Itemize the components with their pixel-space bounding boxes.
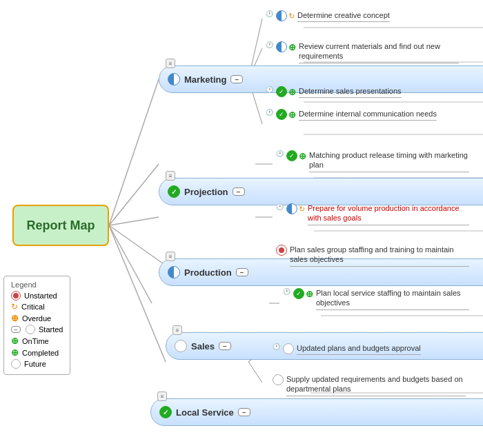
leaf-status-fin2 xyxy=(273,374,284,385)
leaf-text-ls: Plan local service staffing to maintain … xyxy=(316,288,469,310)
plus-icon-3: ⊕ xyxy=(288,87,296,97)
legend-completed-icon: ⊕ xyxy=(11,347,19,358)
leaf-text-creative: Determine creative concept xyxy=(297,10,390,22)
sales-status-icon xyxy=(175,340,187,352)
production-expand[interactable]: − xyxy=(236,268,248,276)
legend-item-completed: ⊕ Completed xyxy=(11,347,63,358)
collapse-badge-sales[interactable]: ≡ xyxy=(172,325,182,335)
leaf-text-fin2: Supply updated requirements and budgets … xyxy=(286,374,466,396)
leaf-text-sales-pres: Determine sales presentations xyxy=(299,86,402,98)
legend-item-ontime: ⊕ OnTime xyxy=(11,336,63,346)
legend-overdue-label: Overdue xyxy=(22,314,51,323)
legend-box: Legend Unstarted ↻ Critical ⊕ Overdue − … xyxy=(3,276,70,375)
leaf-text-proj: Matching product release timing with mar… xyxy=(309,150,469,172)
branch-local-service[interactable]: ≡ ✓ Local Service − xyxy=(150,398,483,426)
legend-ontime-label: OnTime xyxy=(22,337,49,345)
legend-item-overdue: ⊕ Overdue xyxy=(11,313,63,323)
legend-started-circle xyxy=(26,325,35,334)
production-label: Production xyxy=(184,267,232,278)
svg-line-4 xyxy=(109,225,152,303)
legend-title: Legend xyxy=(11,281,63,289)
legend-item-critical: ↻ Critical xyxy=(11,302,63,312)
leaf-status-icon-3: ✓ xyxy=(276,86,287,97)
clock-icon-5: 🕐 xyxy=(276,150,284,157)
rotate-icon-prod: ↻ xyxy=(299,205,305,214)
collapse-badge-prod[interactable]: ≡ xyxy=(166,252,175,261)
collapse-badge-ls[interactable]: ≡ xyxy=(157,391,167,401)
legend-critical-label: Critical xyxy=(21,303,45,311)
legend-future-label: Future xyxy=(24,360,46,368)
rotate-icon: ↻ xyxy=(288,12,295,21)
projection-expand[interactable]: − xyxy=(233,187,245,196)
leaf-production-1: 🕐 ↻ Prepare for volume production in acc… xyxy=(276,203,469,225)
marketing-status-icon xyxy=(168,73,180,85)
plus-icon-2: ⊕ xyxy=(288,42,296,52)
plus-icon-ls: ⊕ xyxy=(306,289,313,299)
svg-line-2 xyxy=(109,217,159,225)
leaf-sales-1: Plan sales group staffing and training t… xyxy=(276,245,469,267)
sales-expand[interactable]: − xyxy=(219,342,231,350)
collapse-badge-proj[interactable]: ≡ xyxy=(166,171,175,181)
marketing-label: Marketing xyxy=(184,74,226,85)
plus-icon-proj: ⊕ xyxy=(299,151,306,161)
legend-unstarted-icon xyxy=(11,291,21,301)
leaf-finance-1: 🕐 Updated plans and budgets approval xyxy=(273,343,421,355)
marketing-expand[interactable]: − xyxy=(230,75,243,83)
sales-label: Sales xyxy=(191,341,215,352)
leaf-status-ls: ✓ xyxy=(293,288,304,299)
leaf-text-fin1: Updated plans and budgets approval xyxy=(297,343,421,355)
clock-icon: 🕐 xyxy=(266,10,273,17)
legend-completed-label: Completed xyxy=(22,349,59,357)
clock-icon-2: 🕐 xyxy=(266,41,273,48)
legend-item-future: Future xyxy=(11,359,63,369)
leaf-review-materials: 🕐 ⊕ Review current materials and find ou… xyxy=(266,41,459,63)
root-label: Report Map xyxy=(27,218,95,233)
leaf-status-proj: ✓ xyxy=(286,150,297,161)
ls-expand[interactable]: − xyxy=(238,408,250,416)
leaf-text-prod: Prepare for volume production in accorda… xyxy=(308,203,469,225)
leaf-creative-concept: 🕐 ↻ Determine creative concept xyxy=(266,10,390,22)
svg-line-1 xyxy=(109,164,159,225)
leaf-finance-2: Supply updated requirements and budgets … xyxy=(273,374,466,396)
legend-started-icon: − xyxy=(11,326,21,333)
svg-line-0 xyxy=(109,79,159,225)
svg-line-3 xyxy=(109,225,166,265)
leaf-ls-1: 🕐 ✓ ⊕ Plan local service staffing to mai… xyxy=(283,288,469,310)
clock-icon-ls: 🕐 xyxy=(283,288,290,295)
local-service-label: Local Service xyxy=(176,407,234,418)
leaf-text-review: Review current materials and find out ne… xyxy=(299,41,459,63)
leaf-status-icon-2 xyxy=(276,41,287,52)
legend-unstarted-label: Unstarted xyxy=(24,292,57,300)
leaf-projection-1: 🕐 ✓ ⊕ Matching product release timing wi… xyxy=(276,150,469,172)
projection-label: Projection xyxy=(184,187,228,197)
clock-icon-6: 🕐 xyxy=(276,203,284,210)
leaf-sales-presentations: 🕐 ✓ ⊕ Determine sales presentations xyxy=(266,86,402,98)
production-status-icon xyxy=(168,266,180,278)
leaf-status-icon-4: ✓ xyxy=(276,109,287,120)
svg-line-15 xyxy=(248,362,262,383)
legend-critical-icon: ↻ xyxy=(11,302,18,312)
leaf-status-prod xyxy=(286,203,297,214)
projection-status-icon: ✓ xyxy=(168,185,180,198)
leaf-status-fin1 xyxy=(283,343,294,354)
plus-icon-4: ⊕ xyxy=(288,110,296,120)
legend-started-label: Started xyxy=(39,325,63,334)
legend-future-icon xyxy=(11,359,21,369)
clock-icon-fin1: 🕐 xyxy=(273,343,280,350)
leaf-text-sales: Plan sales group staffing and training t… xyxy=(290,245,469,267)
branch-projection[interactable]: ≡ ✓ Projection − xyxy=(159,178,483,205)
local-service-status-icon: ✓ xyxy=(159,406,172,418)
leaf-status-sales xyxy=(276,245,287,256)
root-node: Report Map xyxy=(12,205,109,246)
legend-ontime-icon: ⊕ xyxy=(11,336,19,346)
clock-icon-3: 🕐 xyxy=(266,86,273,93)
leaf-status-icon xyxy=(276,10,287,21)
collapse-badge[interactable]: ≡ xyxy=(166,59,175,68)
legend-item-unstarted: Unstarted xyxy=(11,291,63,301)
legend-overdue-icon: ⊕ xyxy=(11,313,19,323)
svg-line-5 xyxy=(109,225,166,362)
clock-icon-4: 🕐 xyxy=(266,109,273,116)
leaf-text-internal-comm: Determine internal communication needs xyxy=(299,109,437,121)
leaf-internal-comm: 🕐 ✓ ⊕ Determine internal communication n… xyxy=(266,109,437,121)
legend-item-started: − Started xyxy=(11,325,63,334)
